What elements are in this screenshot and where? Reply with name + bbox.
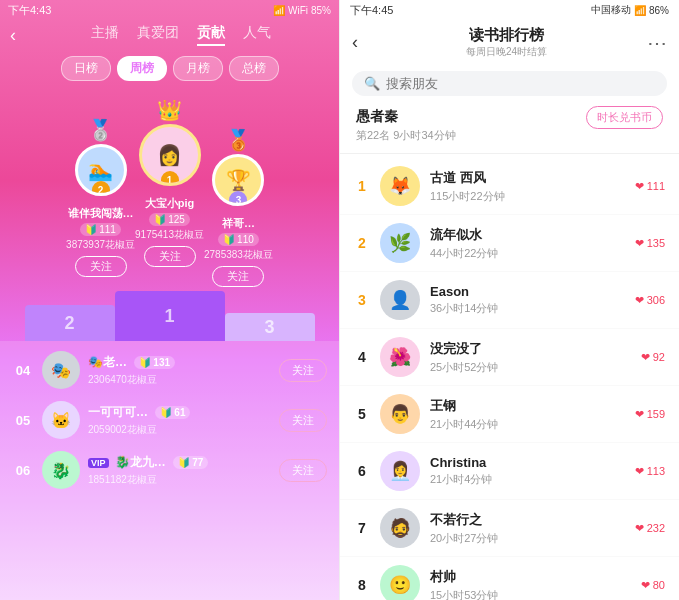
- rank-badge-2: 2: [92, 181, 110, 196]
- heart-count: 111: [647, 180, 665, 192]
- stage-block-1: 1: [115, 291, 225, 341]
- crown-rank2: 🥈: [88, 118, 113, 142]
- tab-contribute[interactable]: 贡献: [197, 24, 225, 46]
- rank-badge-4: 🔰 131: [134, 356, 175, 369]
- reading-heart: ❤ 135: [635, 237, 665, 250]
- heart-icon: ❤: [635, 180, 644, 193]
- right-back-button[interactable]: ‹: [352, 32, 358, 53]
- list-item: 8 🙂 村帅 15小时53分钟 ❤ 80: [340, 557, 679, 600]
- level-icon: 🔰: [154, 214, 166, 225]
- rank-num-4: 04: [12, 363, 34, 378]
- list-item: 05 🐱 一可可可… 🔰 61 2059002花椒豆 关注: [0, 395, 339, 445]
- heart-icon: ❤: [635, 237, 644, 250]
- list-item: 06 🐉 VIP 🐉龙九… 🔰 77 1851182花椒豆 关注: [0, 445, 339, 495]
- heart-icon: ❤: [641, 579, 650, 592]
- reading-avatar: 👨: [380, 394, 420, 434]
- podium-badge-rank2: 🔰 111: [80, 223, 121, 236]
- rank-avatar-4: 🎭: [42, 351, 80, 389]
- rank-badge-5: 🔰 61: [155, 406, 190, 419]
- list-item: 7 🧔 不若行之 20小时27分钟 ❤ 232: [340, 500, 679, 557]
- reading-name: 不若行之: [430, 511, 625, 529]
- podium-name-rank2: 谁伴我闯荡…: [68, 206, 134, 221]
- reading-name: 没完没了: [430, 340, 631, 358]
- battery-icon-right: 86%: [649, 5, 669, 16]
- reading-info: 不若行之 20小时27分钟: [430, 511, 625, 546]
- follow-btn-4[interactable]: 关注: [279, 359, 327, 382]
- follow-btn-6[interactable]: 关注: [279, 459, 327, 482]
- rank-coins-5: 2059002花椒豆: [88, 423, 271, 437]
- battery-icon: 85%: [311, 5, 331, 16]
- list-item: 2 🌿 流年似水 44小时22分钟 ❤ 135: [340, 215, 679, 272]
- reading-info: 村帅 15小时53分钟: [430, 568, 631, 601]
- follow-btn-rank1[interactable]: 关注: [144, 246, 196, 267]
- rank-info-4: 🎭老… 🔰 131 2306470花椒豆: [88, 354, 271, 387]
- podium-rank3: 🥉 🏆 3 祥哥… 🔰 110 2785383花椒豆 关注: [204, 128, 273, 287]
- tab-anchor[interactable]: 主播: [91, 24, 119, 46]
- reading-rank-num: 2: [354, 235, 370, 251]
- podium-badge-rank1: 🔰 125: [149, 213, 190, 226]
- podium-avatar-rank1: 👩 1: [139, 124, 201, 186]
- reading-rank-num: 3: [354, 292, 370, 308]
- podium-name-rank1: 大宝小pig: [145, 196, 195, 211]
- reading-info: 王钢 21小时44分钟: [430, 397, 625, 432]
- signal-icon-right: 📶: [634, 5, 646, 16]
- page-subtitle: 每周日晚24时结算: [366, 45, 647, 59]
- period-total[interactable]: 总榜: [229, 56, 279, 81]
- rank-badge-1: 1: [161, 171, 179, 186]
- period-week[interactable]: 周榜: [117, 56, 167, 81]
- signal-icon: 📶: [273, 5, 285, 16]
- search-bar: 🔍: [352, 71, 667, 96]
- reading-avatar: 👩‍💼: [380, 451, 420, 491]
- reading-avatar: 🧔: [380, 508, 420, 548]
- period-day[interactable]: 日榜: [61, 56, 111, 81]
- reading-time: 15小时53分钟: [430, 588, 631, 601]
- search-icon: 🔍: [364, 76, 380, 91]
- reading-time: 20小时27分钟: [430, 531, 625, 546]
- crown-rank1: 👑: [157, 98, 182, 122]
- search-input[interactable]: [386, 76, 655, 91]
- list-item: 04 🎭 🎭老… 🔰 131 2306470花椒豆 关注: [0, 345, 339, 395]
- tab-fan[interactable]: 真爱团: [137, 24, 179, 46]
- list-item: 4 🌺 没完没了 25小时52分钟 ❤ 92: [340, 329, 679, 386]
- podium-area: 🥈 🏊 2 谁伴我闯荡… 🔰 111 3873937花椒豆 关注 👑 👩 1 大…: [0, 87, 339, 287]
- period-month[interactable]: 月榜: [173, 56, 223, 81]
- podium-stage: 2 1 3: [0, 291, 339, 341]
- follow-btn-rank2[interactable]: 关注: [75, 256, 127, 277]
- divider: [340, 153, 679, 154]
- reading-avatar: 🌺: [380, 337, 420, 377]
- rank-name-6: VIP 🐉龙九… 🔰 77: [88, 454, 271, 471]
- rank-info-5: 一可可可… 🔰 61 2059002花椒豆: [88, 404, 271, 437]
- more-icon[interactable]: ⋯: [647, 31, 667, 55]
- heart-icon: ❤: [635, 408, 644, 421]
- left-back-button[interactable]: ‹: [10, 25, 16, 46]
- heart-icon: ❤: [641, 351, 650, 364]
- podium-name-rank3: 祥哥…: [222, 216, 255, 231]
- left-status-bar: 下午4:43 📶 WiFi 85%: [0, 0, 339, 20]
- reading-name: 流年似水: [430, 226, 625, 244]
- level-icon: 🔰: [223, 234, 235, 245]
- list-item: 5 👨 王钢 21小时44分钟 ❤ 159: [340, 386, 679, 443]
- podium-badge-rank3: 🔰 110: [218, 233, 259, 246]
- reading-avatar: 👤: [380, 280, 420, 320]
- tab-popular[interactable]: 人气: [243, 24, 271, 46]
- reading-heart: ❤ 113: [635, 465, 665, 478]
- follow-btn-5[interactable]: 关注: [279, 409, 327, 432]
- reading-list: 1 🦊 古道 西风 115小时22分钟 ❤ 111 2 🌿 流年似水 44小时2…: [340, 158, 679, 600]
- carrier-label: 中国移动: [591, 3, 631, 17]
- heart-count: 113: [647, 465, 665, 477]
- follow-btn-rank3[interactable]: 关注: [212, 266, 264, 287]
- podium-coins-rank3: 2785383花椒豆: [204, 248, 273, 262]
- coin-btn[interactable]: 时长兑书币: [586, 106, 663, 129]
- heart-count: 80: [653, 579, 665, 591]
- level-icon: 🔰: [85, 224, 97, 235]
- left-nav-tabs: 主播 真爱团 贡献 人气: [32, 24, 329, 46]
- rank-badge-6: 🔰 77: [173, 456, 208, 469]
- left-time: 下午4:43: [8, 3, 51, 18]
- reading-rank-num: 8: [354, 577, 370, 593]
- my-rank-row: 时长兑书币 愚者秦 第22名 9小时34分钟: [340, 102, 679, 149]
- reading-name: 王钢: [430, 397, 625, 415]
- page-title: 读书排行榜: [366, 26, 647, 45]
- left-panel: 下午4:43 📶 WiFi 85% ‹ 主播 真爱团 贡献 人气 日榜 周榜 月…: [0, 0, 339, 600]
- podium-coins-rank1: 9175413花椒豆: [135, 228, 204, 242]
- reading-time: 21小时4分钟: [430, 472, 625, 487]
